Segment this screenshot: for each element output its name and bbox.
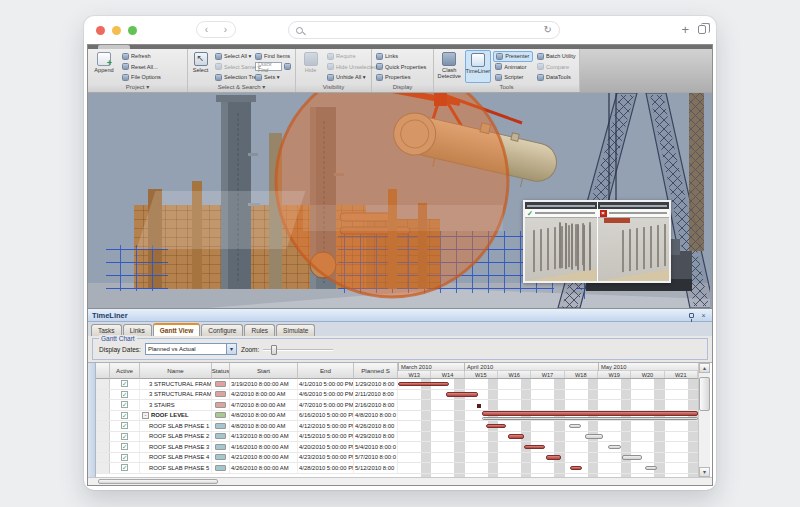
- panel-grip[interactable]: [88, 363, 96, 477]
- project-group-label[interactable]: Project ▾: [88, 83, 187, 92]
- back-icon[interactable]: ‹: [205, 25, 208, 35]
- table-row[interactable]: ✓3 STAIRS4/7/2010 8:00:00 AM4/7/2010 5:0…: [96, 400, 398, 411]
- select-search-group-label[interactable]: Select & Search ▾: [188, 83, 295, 92]
- active-checkbox[interactable]: ✓: [121, 422, 128, 429]
- zoom-slider[interactable]: [263, 344, 333, 355]
- vertical-scrollbar[interactable]: ▴ ▾: [698, 363, 710, 477]
- clash-detective-button[interactable]: Clash Detective: [436, 50, 463, 83]
- properties-button[interactable]: Properties: [374, 72, 430, 83]
- quick-find-icon[interactable]: [284, 63, 291, 70]
- row-selector[interactable]: [96, 463, 110, 473]
- display-dates-select[interactable]: Planned vs Actual ▾: [145, 343, 237, 355]
- active-checkbox[interactable]: ✓: [121, 433, 128, 440]
- row-selector[interactable]: [96, 379, 110, 389]
- hscrollbar-thumb[interactable]: [98, 479, 218, 484]
- address-bar[interactable]: ↻: [288, 21, 560, 39]
- require-button[interactable]: Require: [325, 51, 369, 62]
- hide-button[interactable]: Hide: [298, 50, 323, 83]
- search-input[interactable]: [308, 26, 539, 35]
- close-window-button[interactable]: [96, 26, 105, 35]
- expander-icon[interactable]: -: [142, 412, 149, 419]
- datatools-button[interactable]: DataTools: [535, 72, 577, 83]
- selection-tree-button[interactable]: Selection Tree: [213, 72, 251, 83]
- active-checkbox[interactable]: ✓: [121, 464, 128, 471]
- gantt-row[interactable]: [398, 400, 698, 411]
- select-same-button[interactable]: Select Same ▾: [213, 62, 251, 73]
- animator-button[interactable]: Animator: [493, 62, 533, 73]
- table-row[interactable]: ✓-ROOF LEVEL4/8/2010 8:00:00 AM6/16/2010…: [96, 411, 398, 422]
- table-row[interactable]: ✓ROOF SLAB PHASE 24/13/2010 8:00:00 AM4/…: [96, 432, 398, 443]
- column-header-Start[interactable]: Start: [230, 363, 298, 379]
- scroll-down-icon[interactable]: ▾: [699, 467, 710, 477]
- tab-simulate[interactable]: Simulate: [276, 324, 315, 336]
- table-row[interactable]: ✓ROOF SLAB PHASE 54/26/2010 8:00:00 AM4/…: [96, 463, 398, 474]
- gantt-row[interactable]: [398, 463, 698, 474]
- forward-icon[interactable]: ›: [224, 25, 227, 35]
- reload-icon[interactable]: ↻: [544, 25, 552, 35]
- table-row[interactable]: ✓3 STRUCTURAL FRAM...4/2/2010 8:00:00 AM…: [96, 390, 398, 401]
- minimize-window-button[interactable]: [112, 26, 121, 35]
- gantt-row[interactable]: [398, 432, 698, 443]
- unhide-all-button[interactable]: Unhide All ▾: [325, 72, 369, 83]
- reset-all-button[interactable]: Reset All...: [120, 62, 163, 73]
- column-header-Status[interactable]: Status: [212, 363, 230, 379]
- table-row[interactable]: ✓ROOF SLAB PHASE 14/8/2010 8:00:00 AM4/1…: [96, 421, 398, 432]
- row-selector[interactable]: [96, 421, 110, 431]
- timeliner-titlebar[interactable]: TimeLiner ×: [88, 309, 712, 322]
- timeliner-button[interactable]: TimeLiner: [465, 50, 492, 83]
- new-tab-icon[interactable]: +: [681, 23, 689, 36]
- hide-unselected-button[interactable]: Hide Unselected: [325, 62, 369, 73]
- gantt-row[interactable]: [398, 379, 698, 390]
- tab-rules[interactable]: Rules: [244, 324, 275, 336]
- horizontal-scrollbar[interactable]: [88, 477, 712, 485]
- column-header-selector[interactable]: [96, 363, 110, 379]
- column-header-End[interactable]: End: [298, 363, 354, 379]
- scripter-button[interactable]: Scripter: [493, 72, 533, 83]
- scrollbar-thumb[interactable]: [699, 377, 710, 411]
- gantt-row[interactable]: [398, 390, 698, 401]
- table-row[interactable]: ✓ROOF SLAB PHASE 44/21/2010 8:00:00 AM4/…: [96, 453, 398, 464]
- select-button[interactable]: Select: [190, 50, 211, 83]
- active-checkbox[interactable]: ✓: [121, 380, 128, 387]
- refresh-button[interactable]: Refresh: [120, 51, 163, 62]
- active-checkbox[interactable]: ✓: [121, 412, 128, 419]
- presenter-button[interactable]: Presenter: [493, 51, 533, 62]
- tab-overview-icon[interactable]: [698, 25, 706, 34]
- gantt-row[interactable]: [398, 411, 698, 422]
- select-all-button[interactable]: Select All ▾: [213, 51, 251, 62]
- pin-icon[interactable]: [687, 311, 696, 320]
- active-checkbox[interactable]: ✓: [121, 454, 128, 461]
- gantt-row[interactable]: [398, 442, 698, 453]
- close-icon[interactable]: ×: [699, 311, 708, 320]
- links-button[interactable]: Links: [374, 51, 430, 62]
- compare-button[interactable]: Compare: [535, 62, 577, 73]
- sets-button[interactable]: Sets ▾: [253, 72, 293, 83]
- 3d-viewport[interactable]: ✓ ×: [88, 93, 712, 308]
- row-selector[interactable]: [96, 390, 110, 400]
- row-selector[interactable]: [96, 432, 110, 442]
- tab-configure[interactable]: Configure: [201, 324, 243, 336]
- chevron-down-icon[interactable]: ▾: [226, 344, 236, 354]
- row-selector[interactable]: [96, 442, 110, 452]
- row-selector[interactable]: [96, 400, 110, 410]
- table-row[interactable]: ✓3 STRUCTURAL FRAM...3/19/2010 8:00:00 A…: [96, 379, 398, 390]
- gantt-row[interactable]: [398, 421, 698, 432]
- batch-utility-button[interactable]: Batch Utility: [535, 51, 577, 62]
- row-selector[interactable]: [96, 411, 110, 421]
- scroll-up-icon[interactable]: ▴: [699, 363, 710, 373]
- table-row[interactable]: ✓ROOF SLAB PHASE 34/16/2010 8:00:00 AM4/…: [96, 442, 398, 453]
- gantt-row[interactable]: [398, 453, 698, 464]
- active-checkbox[interactable]: ✓: [121, 401, 128, 408]
- column-header-Active[interactable]: Active: [110, 363, 140, 379]
- column-header-Name[interactable]: Name: [140, 363, 212, 379]
- zoom-window-button[interactable]: [128, 26, 137, 35]
- column-header-Planned S[interactable]: Planned S: [354, 363, 398, 379]
- tab-gantt-view[interactable]: Gantt View: [153, 323, 200, 336]
- zoom-slider-thumb[interactable]: [271, 345, 277, 355]
- row-selector[interactable]: [96, 453, 110, 463]
- append-button[interactable]: Append: [90, 50, 118, 83]
- file-options-button[interactable]: File Options: [120, 72, 163, 83]
- active-checkbox[interactable]: ✓: [121, 443, 128, 450]
- quick-properties-button[interactable]: Quick Properties: [374, 62, 430, 73]
- active-checkbox[interactable]: ✓: [121, 391, 128, 398]
